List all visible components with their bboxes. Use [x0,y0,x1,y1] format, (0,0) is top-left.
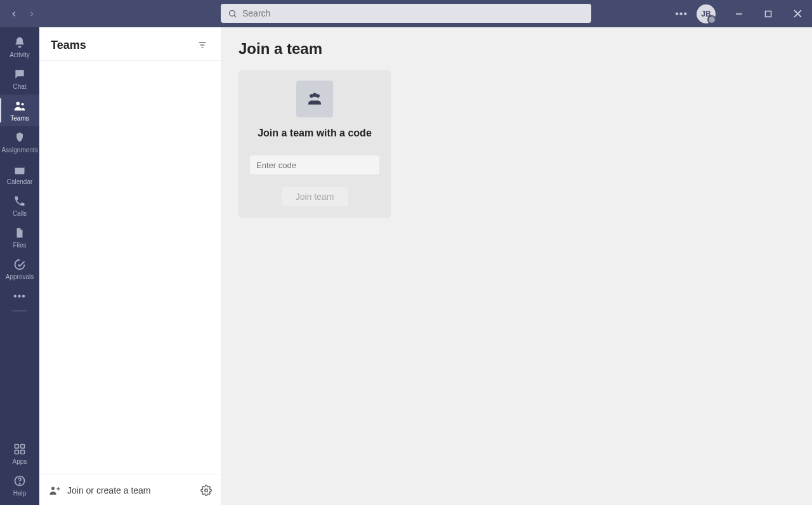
close-button[interactable] [783,0,812,27]
rail-item-assignments[interactable]: Assignments [0,126,39,158]
calendar-icon [13,162,27,176]
rail-item-approvals[interactable]: Approvals [0,253,39,285]
teams-panel: Teams Join or create a team [39,27,222,505]
rail-item-files[interactable]: Files [0,221,39,253]
forward-button[interactable] [27,9,37,19]
teams-icon [13,99,27,113]
team-tile-icon [296,81,333,117]
join-create-team-link[interactable]: Join or create a team [67,485,151,495]
content-area: Join a team Join a team with a code Join… [222,27,812,505]
search-box[interactable] [221,4,591,23]
rail-label: Apps [13,458,27,465]
svg-point-7 [22,103,24,105]
rail-item-calendar[interactable]: Calendar [0,158,39,190]
svg-rect-12 [15,445,19,449]
rail-item-help[interactable]: Help [0,469,39,501]
svg-rect-3 [766,11,771,16]
settings-button[interactable] [200,484,213,497]
rail-label: Help [13,490,27,497]
svg-point-27 [313,93,317,98]
chat-icon [13,67,27,81]
teams-list [39,61,221,475]
apps-icon [13,442,27,456]
join-team-button[interactable]: Join team [282,187,348,206]
files-icon [13,226,27,240]
rail-label: Assignments [1,147,37,154]
rail-label: Approvals [6,273,34,280]
svg-point-0 [229,10,235,16]
search-icon [227,8,237,18]
rail-more-button[interactable]: ••• [0,285,39,308]
svg-point-24 [205,489,208,492]
titlebar-right: ••• JB [669,0,812,27]
rail-item-chat[interactable]: Chat [0,63,39,95]
teams-panel-title: Teams [51,39,86,52]
svg-rect-13 [21,445,25,449]
teams-panel-header: Teams [39,27,221,61]
rail-label: Calls [13,210,27,217]
bell-icon [13,36,27,49]
rail-item-calls[interactable]: Calls [0,190,39,221]
maximize-button[interactable] [754,0,783,27]
teams-panel-footer: Join or create a team [39,475,221,505]
rail-label: Chat [13,83,26,90]
page-heading: Join a team [239,40,796,58]
rail-label: Teams [10,115,29,122]
assignments-icon [13,131,27,145]
search-input[interactable] [242,8,585,18]
rail-label: Files [13,242,26,249]
svg-rect-9 [15,166,25,167]
svg-point-17 [19,483,20,484]
join-team-card: Join a team with a code Join team [239,70,391,218]
back-button[interactable] [9,9,19,19]
avatar[interactable]: JB [697,4,716,23]
filter-button[interactable] [195,37,210,53]
svg-point-21 [51,487,55,490]
rail-item-activity[interactable]: Activity [0,31,39,63]
svg-rect-14 [15,450,19,454]
rail-label: Activity [10,51,30,58]
approvals-icon [13,258,27,272]
svg-rect-15 [21,450,25,454]
card-title: Join a team with a code [258,128,372,139]
calls-icon [13,194,27,208]
rail-item-teams[interactable]: Teams [0,95,39,126]
rail-label: Calendar [7,178,33,185]
history-nav [0,9,37,19]
window-controls [724,0,812,27]
more-options-button[interactable]: ••• [669,8,694,20]
rail-item-apps[interactable]: Apps [0,438,39,469]
svg-line-1 [234,15,236,17]
app-rail: Activity Chat Teams Assignments Calendar [0,27,39,505]
title-bar: ••• JB [0,0,812,27]
join-create-icon [48,484,61,497]
help-icon [13,474,27,488]
rail-separator [12,310,27,312]
rail-bottom: Apps Help [0,438,39,505]
team-code-input[interactable] [250,155,379,174]
main-area: Activity Chat Teams Assignments Calendar [0,27,812,505]
minimize-button[interactable] [724,0,754,27]
svg-point-6 [16,102,20,106]
